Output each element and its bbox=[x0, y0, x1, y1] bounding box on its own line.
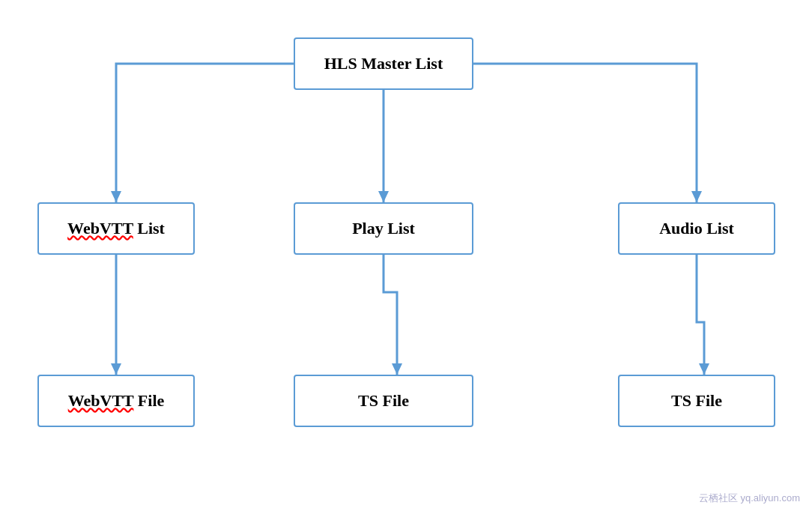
webvtt-file-squiggle: WebVTT bbox=[68, 391, 134, 410]
svg-marker-4 bbox=[392, 363, 402, 375]
node-webvtt-list: WebVTT List bbox=[37, 202, 195, 255]
node-play-list: Play List bbox=[294, 202, 473, 255]
node-audio-list: Audio List bbox=[618, 202, 775, 255]
node-play-list-label: Play List bbox=[352, 218, 415, 240]
webvtt-list-squiggle: WebVTT bbox=[67, 219, 133, 238]
node-ts-file-right-label: TS File bbox=[671, 390, 722, 412]
svg-marker-5 bbox=[699, 363, 709, 375]
svg-marker-2 bbox=[691, 191, 702, 202]
watermark: 云栖社区 yq.aliyun.com bbox=[699, 492, 800, 505]
node-audio-list-label: Audio List bbox=[659, 218, 734, 240]
node-ts-file-center-label: TS File bbox=[358, 390, 409, 412]
svg-marker-3 bbox=[111, 363, 121, 375]
node-master: HLS Master List bbox=[294, 37, 473, 90]
diagram-container: HLS Master List WebVTT List Play List Au… bbox=[0, 0, 812, 517]
node-webvtt-list-label: WebVTT List bbox=[67, 218, 165, 240]
svg-marker-1 bbox=[378, 191, 389, 202]
node-webvtt-file-label: WebVTT File bbox=[68, 390, 165, 412]
node-ts-file-center: TS File bbox=[294, 375, 473, 427]
node-ts-file-right: TS File bbox=[618, 375, 775, 427]
svg-marker-0 bbox=[111, 191, 121, 202]
node-master-label: HLS Master List bbox=[324, 53, 443, 75]
node-webvtt-file: WebVTT File bbox=[37, 375, 195, 427]
